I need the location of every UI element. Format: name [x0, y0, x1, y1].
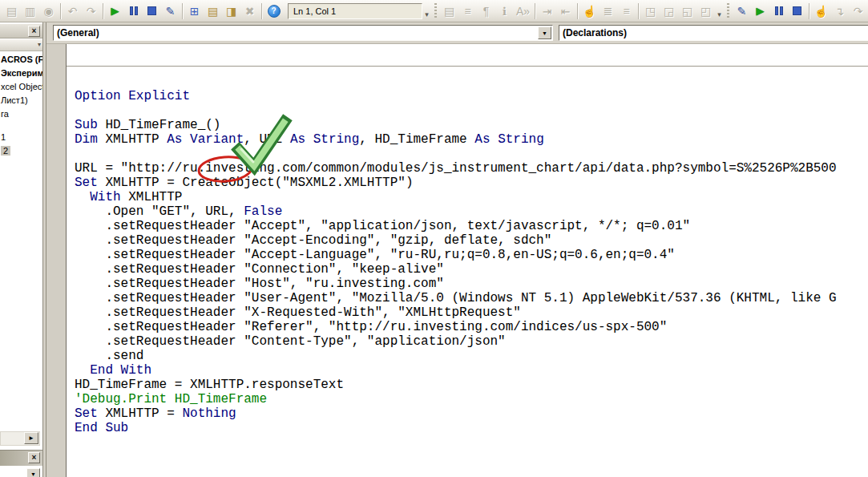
- outdent-icon: ⇤: [561, 5, 571, 18]
- code-line: .setRequestHeader "Accept-Language", "ru…: [75, 248, 868, 262]
- procedure-dropdown[interactable]: (Declarations) ▼: [559, 25, 868, 41]
- toolbox-button[interactable]: ✖: [240, 2, 259, 20]
- line-col-indicator: Ln 1, Col 1: [288, 3, 422, 19]
- redo-button[interactable]: ↷: [82, 2, 100, 20]
- run-icon: ▶: [111, 5, 119, 17]
- paste-button[interactable]: ▥: [21, 2, 39, 20]
- copy-icon: ▤: [6, 5, 17, 18]
- undo-button[interactable]: ↶: [63, 2, 82, 20]
- code-line: HD_TimeFrame = XMLHTTP.responseText: [75, 378, 868, 392]
- project-explorer-toolbar: ▾: [0, 39, 42, 51]
- code-line: [75, 103, 868, 118]
- chevron-down-icon[interactable]: ▼: [538, 26, 551, 39]
- stop-icon: [793, 6, 801, 15]
- tree-item[interactable]: xcel Object: [0, 80, 42, 94]
- redo-icon: ↷: [87, 5, 96, 18]
- properties-window-button[interactable]: ▤: [204, 2, 222, 20]
- complete-word-button[interactable]: A»: [514, 2, 532, 20]
- code-line: URL = "http://ru.investing.com/common/mo…: [75, 161, 868, 176]
- horizontal-scrollbar[interactable]: ►: [0, 431, 40, 446]
- code-line: Set XMLHTTP = Nothing: [75, 406, 868, 421]
- next-bookmark-icon: ◲: [664, 5, 674, 18]
- toolbar-grip[interactable]: [727, 3, 729, 19]
- toolbar-separator: [638, 3, 639, 19]
- project-explorer-button[interactable]: ⊞: [185, 2, 204, 20]
- module-header: (General) ▼ (Declarations) ▼: [46, 22, 868, 44]
- pause-icon: [130, 6, 138, 15]
- break-button[interactable]: [124, 2, 143, 20]
- tree-item[interactable]: Эксперим: [0, 67, 42, 80]
- toggle-bookmark-icon: ◳: [645, 5, 656, 18]
- properties-object-combo[interactable]: ▼: [0, 468, 42, 477]
- reset-button[interactable]: [143, 2, 161, 20]
- step-over-button[interactable]: ↷: [849, 2, 867, 20]
- break-button[interactable]: [769, 2, 788, 20]
- list-properties-methods-button[interactable]: ▤: [440, 2, 458, 20]
- parameter-info-button[interactable]: ℹ: [495, 2, 514, 20]
- toggle-bookmark-button[interactable]: ◳: [641, 2, 660, 20]
- tree-item[interactable]: Лист1): [0, 94, 42, 107]
- list-properties-methods-icon: ▤: [444, 5, 454, 18]
- code-line: Sub HD_TimeFrame_(): [75, 118, 868, 132]
- toolbar-options-icon[interactable]: ▾: [715, 2, 724, 20]
- margin-indicator-bar[interactable]: [46, 44, 67, 477]
- scroll-right-icon[interactable]: ►: [24, 432, 38, 444]
- find-icon: ◉: [43, 5, 53, 18]
- code-line: [75, 147, 868, 161]
- find-button[interactable]: ◉: [39, 2, 58, 20]
- design-mode-button[interactable]: ✎: [161, 2, 180, 20]
- edit-toolbar-group: ▤≡¶ℹA»⇥⇤☝≣≡◳◲◱◰▾: [440, 2, 733, 20]
- chevron-down-icon[interactable]: ▾: [38, 41, 41, 48]
- code-line: Dim XMLHTTP As Variant, URL As String, H…: [75, 132, 868, 147]
- comment-block-button[interactable]: ≣: [599, 2, 617, 20]
- close-icon[interactable]: ×: [28, 26, 40, 37]
- code-line: End Sub: [75, 421, 868, 435]
- uncomment-block-button[interactable]: ≡: [617, 2, 636, 20]
- code-line: .setRequestHeader "Content-Type", "appli…: [75, 334, 868, 349]
- code-line: Option Explicit: [75, 89, 868, 103]
- indent-button[interactable]: ⇥: [538, 2, 556, 20]
- quick-info-button[interactable]: ¶: [477, 2, 495, 20]
- next-bookmark-button[interactable]: ◲: [660, 2, 678, 20]
- toolbar-options-icon[interactable]: ▾: [422, 2, 431, 20]
- design-mode-button[interactable]: ✎: [733, 2, 751, 20]
- object-browser-button[interactable]: ◨: [222, 2, 240, 20]
- clear-bookmarks-button[interactable]: ◰: [696, 2, 715, 20]
- tree-item[interactable]: га: [0, 107, 42, 121]
- reset-button[interactable]: [788, 2, 806, 20]
- tree-item[interactable]: ACROS (F: [0, 53, 42, 67]
- toggle-breakpoint-icon: ☝: [583, 5, 596, 18]
- code-editor[interactable]: Option ExplicitSub HD_TimeFrame_()Dim XM…: [46, 44, 868, 477]
- toolbar-separator: [261, 3, 262, 19]
- outdent-button[interactable]: ⇤: [556, 2, 575, 20]
- project-explorer-titlebar: ×: [0, 24, 42, 38]
- copy-button[interactable]: ▤: [2, 2, 21, 20]
- close-icon[interactable]: ×: [28, 452, 40, 463]
- code-line: .setRequestHeader "Referer", "http://ru.…: [75, 320, 868, 334]
- standard-toolbar-group: ▤▥◉↶↷▶✎⊞▤◨✖?Ln 1, Col 1▾: [2, 2, 440, 20]
- toggle-breakpoint-button[interactable]: ☝: [812, 2, 830, 20]
- step-into-button[interactable]: ↴: [830, 2, 849, 20]
- run-sub-button[interactable]: ▶: [751, 2, 769, 20]
- code-line: .send: [75, 349, 868, 363]
- project-tree: ACROS (FЭксперимxcel ObjectЛист1)га12: [0, 53, 42, 430]
- design-mode-icon: ✎: [737, 5, 747, 18]
- list-constants-button[interactable]: ≡: [458, 2, 477, 20]
- toolbar-separator: [182, 3, 183, 19]
- toolbox-icon: ✖: [245, 5, 255, 18]
- help-button[interactable]: ?: [264, 2, 283, 20]
- run-icon: ▶: [757, 5, 765, 17]
- toggle-breakpoint-button[interactable]: ☝: [580, 2, 599, 20]
- previous-bookmark-button[interactable]: ◱: [678, 2, 696, 20]
- toolbar-separator: [103, 3, 103, 19]
- toolbar-grip[interactable]: [434, 3, 437, 19]
- chevron-down-icon[interactable]: ▼: [26, 468, 40, 477]
- clear-bookmarks-icon: ◰: [700, 5, 711, 18]
- object-dropdown[interactable]: (General) ▼: [53, 25, 553, 41]
- tree-item[interactable]: 2: [0, 144, 42, 158]
- code-line: Set XMLHTTP = CreateObject("MSXML2.XMLHT…: [75, 176, 868, 190]
- tree-item[interactable]: 1: [0, 131, 42, 144]
- code-line: .setRequestHeader "Accept-Encoding", "gz…: [75, 233, 868, 248]
- code-text-area[interactable]: Option ExplicitSub HD_TimeFrame_()Dim XM…: [67, 44, 868, 477]
- run-sub-button[interactable]: ▶: [106, 2, 124, 20]
